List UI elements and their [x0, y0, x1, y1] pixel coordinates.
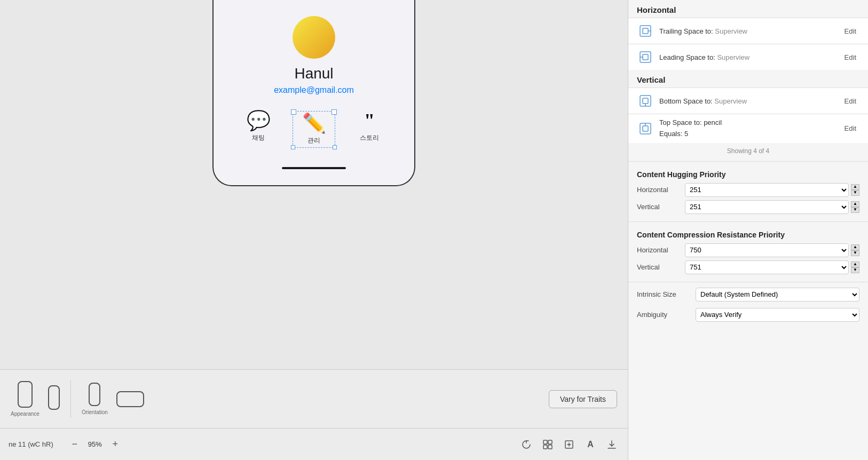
trailing-icon	[637, 22, 654, 39]
hugging-vertical-row: Vertical 251 250 252 ▲ ▼	[637, 200, 859, 214]
vertical-section-header: Vertical	[628, 70, 868, 88]
avatar	[293, 16, 335, 59]
top-constraint-row: Top Space to: pencil Equals: 5 Edit	[628, 114, 868, 143]
text-icon-button[interactable]: A	[583, 437, 598, 452]
svg-rect-15	[643, 126, 648, 131]
device-outline-portrait-1	[18, 381, 33, 408]
bottom-constraint-label: Bottom Space to:	[659, 97, 714, 105]
device-thumb-landscape-2[interactable]	[116, 391, 144, 407]
hugging-horizontal-select[interactable]: 251 250 252	[685, 183, 849, 197]
trailing-constraint-value: Superview	[715, 27, 747, 35]
hugging-vertical-down[interactable]: ▼	[851, 207, 859, 213]
compression-vertical-row: Vertical 751 750 752 ▲ ▼	[637, 260, 859, 274]
trailing-edit-button[interactable]: Edit	[841, 26, 859, 36]
phone-preview: Hanul example@gmail.com 💬 채팅	[212, 0, 415, 186]
profile-email: example@gmail.com	[274, 85, 354, 95]
content-compression-section: Content Compression Resistance Priority …	[628, 224, 868, 280]
compression-vertical-label: Vertical	[637, 263, 685, 271]
canvas-area: Hanul example@gmail.com 💬 채팅	[0, 0, 628, 460]
story-label: 스토리	[360, 133, 379, 142]
download-icon-button[interactable]	[604, 437, 619, 452]
bottom-edit-button[interactable]: Edit	[841, 96, 859, 106]
manage-icon-item[interactable]: ✏️ 관리	[293, 111, 335, 148]
top-icon	[637, 120, 654, 137]
leading-constraint-row: Leading Space to: Superview Edit	[628, 44, 868, 70]
story-icon-item[interactable]: " 스토리	[348, 111, 391, 148]
compression-horizontal-row: Horizontal 750 749 751 ▲ ▼	[637, 243, 859, 257]
story-emoji: "	[364, 111, 375, 130]
zoom-value: 95%	[85, 440, 105, 448]
device-outline-portrait-2	[48, 385, 60, 410]
hugging-horizontal-down[interactable]: ▼	[851, 190, 859, 196]
hugging-horizontal-row: Horizontal 251 250 252 ▲ ▼	[637, 183, 859, 197]
hugging-horizontal-stepper: ▲ ▼	[851, 184, 859, 196]
device-label: ne 11 (wC hR)	[9, 440, 53, 448]
trailing-constraint-text: Trailing Space to: Superview	[659, 27, 841, 35]
profile-name: Hanul	[294, 65, 333, 82]
intrinsic-size-select[interactable]: Default (System Defined) Placeholder	[696, 288, 859, 302]
leading-constraint-text: Leading Space to: Superview	[659, 53, 841, 61]
compression-vertical-select[interactable]: 751 750 752	[685, 260, 849, 274]
top-constraint-target: pencil	[704, 118, 722, 126]
hugging-vertical-select[interactable]: 251 250 252	[685, 200, 849, 214]
compression-horizontal-up[interactable]: ▲	[851, 244, 859, 250]
chat-emoji: 💬	[247, 111, 271, 130]
device-thumb-portrait-2[interactable]	[48, 385, 60, 413]
device-thumb-portrait-1[interactable]: Appearance	[11, 381, 40, 417]
chat-icon-item[interactable]: 💬 채팅	[237, 111, 280, 148]
bottom-toolbar: ne 11 (wC hR) − 95% +	[0, 428, 628, 460]
bottom-icon	[637, 92, 654, 109]
toolbar-icons: A	[519, 437, 619, 452]
zoom-out-button[interactable]: −	[68, 438, 81, 451]
content-compression-title: Content Compression Resistance Priority	[637, 231, 859, 239]
content-hugging-title: Content Hugging Priority	[637, 170, 859, 179]
device-label-appearance: Appearance	[11, 411, 40, 417]
trailing-constraint-row: Trailing Space to: Superview Edit	[628, 18, 868, 44]
bottom-constraint-text: Bottom Space to: Superview	[659, 97, 841, 105]
leading-edit-button[interactable]: Edit	[841, 52, 859, 62]
leading-icon	[637, 49, 654, 66]
top-equals-label: Equals:	[659, 130, 684, 138]
align-icon-button[interactable]	[540, 437, 555, 452]
compression-vertical-up[interactable]: ▲	[851, 261, 859, 267]
zoom-control: − 95% +	[68, 438, 122, 451]
device-outline-landscape-portrait	[89, 383, 100, 406]
device-thumb-landscape[interactable]: Orientation	[82, 383, 108, 415]
hugging-horizontal-up[interactable]: ▲	[851, 184, 859, 190]
top-equals-value: 5	[684, 130, 688, 138]
content-hugging-section: Content Hugging Priority Horizontal 251 …	[628, 164, 868, 219]
compression-horizontal-stepper: ▲ ▼	[851, 244, 859, 256]
trailing-constraint-label: Trailing Space to:	[659, 27, 715, 35]
hugging-vertical-stepper: ▲ ▼	[851, 201, 859, 213]
refresh-icon-button[interactable]	[519, 437, 534, 452]
leading-constraint-label: Leading Space to:	[659, 53, 717, 61]
manage-label: 관리	[307, 136, 320, 145]
hugging-vertical-up[interactable]: ▲	[851, 201, 859, 207]
svg-rect-0	[543, 440, 547, 444]
top-constraint-text: Top Space to: pencil Equals: 5	[659, 117, 841, 140]
divider-vertical	[70, 380, 71, 418]
compression-horizontal-down[interactable]: ▼	[851, 250, 859, 256]
bottom-constraint-row: Bottom Space to: Superview Edit	[628, 88, 868, 114]
home-indicator	[282, 167, 346, 169]
svg-rect-6	[643, 28, 648, 34]
zoom-in-button[interactable]: +	[109, 438, 122, 451]
hugging-vertical-label: Vertical	[637, 203, 685, 211]
intrinsic-size-label: Intrinsic Size	[637, 290, 696, 298]
leading-constraint-value: Superview	[717, 53, 749, 61]
icon-row: 💬 채팅 ✏️ 관리	[237, 111, 391, 148]
compression-vertical-down[interactable]: ▼	[851, 267, 859, 273]
intrinsic-size-row: Intrinsic Size Default (System Defined) …	[628, 284, 868, 305]
divider-2	[628, 221, 868, 222]
compression-horizontal-label: Horizontal	[637, 246, 685, 254]
resize-icon-button[interactable]	[562, 437, 577, 452]
bottom-constraint-value: Superview	[714, 97, 747, 105]
ambiguity-label: Ambiguity	[637, 311, 696, 319]
right-panel: Horizontal Trailing Space to: Superview …	[628, 0, 868, 460]
device-outline-landscape	[116, 391, 144, 407]
ambiguity-select[interactable]: Always Verify Never Verify	[696, 308, 859, 322]
vary-for-traits-button[interactable]: Vary for Traits	[549, 390, 617, 408]
compression-horizontal-select[interactable]: 750 749 751	[685, 243, 849, 257]
device-label-orientation: Orientation	[82, 409, 108, 415]
top-edit-button[interactable]: Edit	[841, 123, 859, 133]
